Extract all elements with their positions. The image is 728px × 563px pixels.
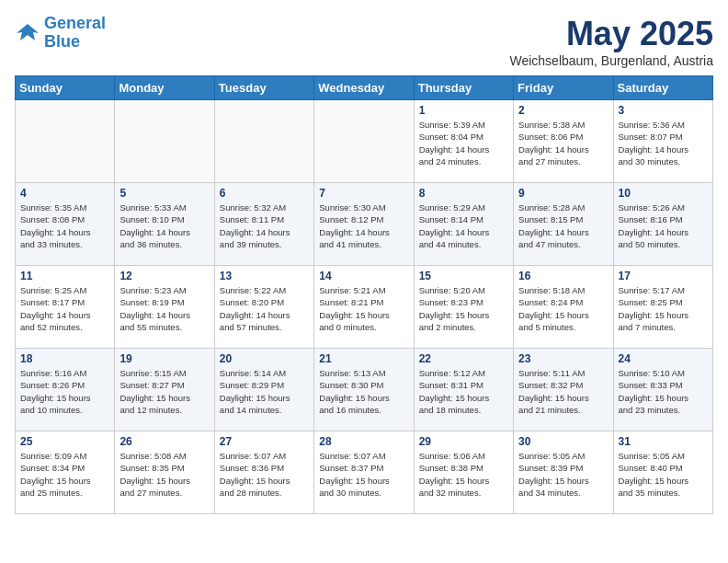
day-cell-26: 23Sunrise: 5:11 AM Sunset: 8:32 PM Dayli…	[514, 349, 613, 431]
logo-icon	[15, 20, 40, 46]
day-cell-14: 11Sunrise: 5:25 AM Sunset: 8:17 PM Dayli…	[16, 266, 115, 349]
logo: GeneralBlue	[15, 15, 106, 52]
day-number: 6	[220, 187, 309, 200]
day-number: 3	[619, 104, 708, 117]
day-number: 10	[619, 187, 708, 200]
day-cell-18: 15Sunrise: 5:20 AM Sunset: 8:23 PM Dayli…	[414, 266, 513, 349]
page-header: GeneralBlue May 2025 Weichselbaum, Burge…	[15, 15, 713, 68]
day-info: Sunrise: 5:36 AM Sunset: 8:07 PM Dayligh…	[619, 119, 708, 167]
day-info: Sunrise: 5:09 AM Sunset: 8:34 PM Dayligh…	[20, 450, 109, 499]
day-number: 7	[319, 187, 408, 200]
day-number: 16	[518, 270, 608, 282]
day-info: Sunrise: 5:26 AM Sunset: 8:16 PM Dayligh…	[619, 201, 708, 250]
day-number: 5	[119, 187, 209, 200]
week-row-5: 25Sunrise: 5:09 AM Sunset: 8:34 PM Dayli…	[16, 431, 713, 514]
day-cell-7: 4Sunrise: 5:35 AM Sunset: 8:08 PM Daylig…	[16, 183, 115, 266]
day-number: 12	[119, 270, 209, 282]
day-info: Sunrise: 5:29 AM Sunset: 8:14 PM Dayligh…	[419, 201, 508, 250]
header-wednesday: Wednesday	[314, 76, 414, 100]
day-number: 20	[220, 352, 309, 365]
day-cell-21: 18Sunrise: 5:16 AM Sunset: 8:26 PM Dayli…	[16, 349, 115, 431]
day-info: Sunrise: 5:10 AM Sunset: 8:33 PM Dayligh…	[619, 367, 708, 416]
day-number: 8	[419, 187, 508, 200]
day-info: Sunrise: 5:05 AM Sunset: 8:39 PM Dayligh…	[518, 450, 608, 499]
day-info: Sunrise: 5:25 AM Sunset: 8:17 PM Dayligh…	[20, 284, 109, 333]
day-number: 22	[419, 352, 508, 365]
week-row-1: 1Sunrise: 5:39 AM Sunset: 8:04 PM Daylig…	[16, 100, 713, 183]
calendar-table: Sunday Monday Tuesday Wednesday Thursday…	[15, 75, 713, 514]
day-cell-13: 10Sunrise: 5:26 AM Sunset: 8:16 PM Dayli…	[613, 183, 712, 266]
header-thursday: Thursday	[414, 76, 513, 100]
header-saturday: Saturday	[613, 76, 712, 100]
day-cell-31: 28Sunrise: 5:07 AM Sunset: 8:37 PM Dayli…	[314, 431, 414, 514]
day-info: Sunrise: 5:23 AM Sunset: 8:19 PM Dayligh…	[119, 284, 209, 333]
day-number: 31	[619, 435, 708, 448]
day-cell-29: 26Sunrise: 5:08 AM Sunset: 8:35 PM Dayli…	[115, 431, 214, 514]
day-number: 2	[518, 104, 608, 117]
day-number: 24	[619, 352, 708, 365]
day-info: Sunrise: 5:12 AM Sunset: 8:31 PM Dayligh…	[419, 367, 508, 416]
day-number: 30	[518, 435, 608, 448]
day-cell-5: 2Sunrise: 5:38 AM Sunset: 8:06 PM Daylig…	[514, 100, 613, 183]
weekday-header-row: Sunday Monday Tuesday Wednesday Thursday…	[16, 76, 713, 100]
day-cell-9: 6Sunrise: 5:32 AM Sunset: 8:11 PM Daylig…	[214, 183, 313, 266]
day-number: 4	[20, 187, 109, 200]
day-cell-28: 25Sunrise: 5:09 AM Sunset: 8:34 PM Dayli…	[16, 431, 115, 514]
day-cell-1	[115, 100, 214, 183]
day-number: 14	[319, 270, 408, 282]
day-cell-22: 19Sunrise: 5:15 AM Sunset: 8:27 PM Dayli…	[115, 349, 214, 431]
day-number: 29	[419, 435, 508, 448]
day-info: Sunrise: 5:07 AM Sunset: 8:37 PM Dayligh…	[319, 450, 408, 499]
day-info: Sunrise: 5:22 AM Sunset: 8:20 PM Dayligh…	[220, 284, 309, 333]
day-number: 11	[20, 270, 109, 282]
day-cell-24: 21Sunrise: 5:13 AM Sunset: 8:30 PM Dayli…	[314, 349, 414, 431]
header-sunday: Sunday	[16, 76, 115, 100]
day-cell-11: 8Sunrise: 5:29 AM Sunset: 8:14 PM Daylig…	[414, 183, 513, 266]
day-info: Sunrise: 5:28 AM Sunset: 8:15 PM Dayligh…	[518, 201, 608, 250]
day-cell-16: 13Sunrise: 5:22 AM Sunset: 8:20 PM Dayli…	[214, 266, 313, 349]
day-cell-17: 14Sunrise: 5:21 AM Sunset: 8:21 PM Dayli…	[314, 266, 414, 349]
day-number: 17	[619, 270, 708, 282]
day-cell-27: 24Sunrise: 5:10 AM Sunset: 8:33 PM Dayli…	[613, 349, 712, 431]
subtitle: Weichselbaum, Burgenland, Austria	[509, 53, 713, 68]
day-number: 15	[419, 270, 508, 282]
header-tuesday: Tuesday	[214, 76, 313, 100]
day-info: Sunrise: 5:32 AM Sunset: 8:11 PM Dayligh…	[220, 201, 309, 250]
day-cell-3	[314, 100, 414, 183]
header-monday: Monday	[115, 76, 214, 100]
day-info: Sunrise: 5:18 AM Sunset: 8:24 PM Dayligh…	[518, 284, 608, 333]
day-info: Sunrise: 5:08 AM Sunset: 8:35 PM Dayligh…	[119, 450, 209, 499]
day-info: Sunrise: 5:35 AM Sunset: 8:08 PM Dayligh…	[20, 201, 109, 250]
day-cell-12: 9Sunrise: 5:28 AM Sunset: 8:15 PM Daylig…	[514, 183, 613, 266]
day-cell-4: 1Sunrise: 5:39 AM Sunset: 8:04 PM Daylig…	[414, 100, 513, 183]
day-cell-23: 20Sunrise: 5:14 AM Sunset: 8:29 PM Dayli…	[214, 349, 313, 431]
day-info: Sunrise: 5:11 AM Sunset: 8:32 PM Dayligh…	[518, 367, 608, 416]
day-info: Sunrise: 5:07 AM Sunset: 8:36 PM Dayligh…	[220, 450, 309, 499]
day-number: 1	[419, 104, 508, 117]
day-cell-30: 27Sunrise: 5:07 AM Sunset: 8:36 PM Dayli…	[214, 431, 313, 514]
svg-marker-0	[17, 24, 39, 40]
day-number: 25	[20, 435, 109, 448]
day-info: Sunrise: 5:17 AM Sunset: 8:25 PM Dayligh…	[619, 284, 708, 333]
title-block: May 2025 Weichselbaum, Burgenland, Austr…	[509, 15, 713, 68]
week-row-4: 18Sunrise: 5:16 AM Sunset: 8:26 PM Dayli…	[16, 349, 713, 431]
day-info: Sunrise: 5:38 AM Sunset: 8:06 PM Dayligh…	[518, 119, 608, 167]
day-cell-20: 17Sunrise: 5:17 AM Sunset: 8:25 PM Dayli…	[613, 266, 712, 349]
day-number: 21	[319, 352, 408, 365]
week-row-3: 11Sunrise: 5:25 AM Sunset: 8:17 PM Dayli…	[16, 266, 713, 349]
day-info: Sunrise: 5:15 AM Sunset: 8:27 PM Dayligh…	[119, 367, 209, 416]
day-number: 9	[518, 187, 608, 200]
day-info: Sunrise: 5:39 AM Sunset: 8:04 PM Dayligh…	[419, 119, 508, 167]
day-cell-33: 30Sunrise: 5:05 AM Sunset: 8:39 PM Dayli…	[514, 431, 613, 514]
day-cell-32: 29Sunrise: 5:06 AM Sunset: 8:38 PM Dayli…	[414, 431, 513, 514]
day-info: Sunrise: 5:05 AM Sunset: 8:40 PM Dayligh…	[619, 450, 708, 499]
day-number: 26	[119, 435, 209, 448]
day-number: 28	[319, 435, 408, 448]
week-row-2: 4Sunrise: 5:35 AM Sunset: 8:08 PM Daylig…	[16, 183, 713, 266]
day-info: Sunrise: 5:06 AM Sunset: 8:38 PM Dayligh…	[419, 450, 508, 499]
day-cell-15: 12Sunrise: 5:23 AM Sunset: 8:19 PM Dayli…	[115, 266, 214, 349]
day-cell-8: 5Sunrise: 5:33 AM Sunset: 8:10 PM Daylig…	[115, 183, 214, 266]
day-cell-19: 16Sunrise: 5:18 AM Sunset: 8:24 PM Dayli…	[514, 266, 613, 349]
day-cell-6: 3Sunrise: 5:36 AM Sunset: 8:07 PM Daylig…	[613, 100, 712, 183]
day-info: Sunrise: 5:16 AM Sunset: 8:26 PM Dayligh…	[20, 367, 109, 416]
